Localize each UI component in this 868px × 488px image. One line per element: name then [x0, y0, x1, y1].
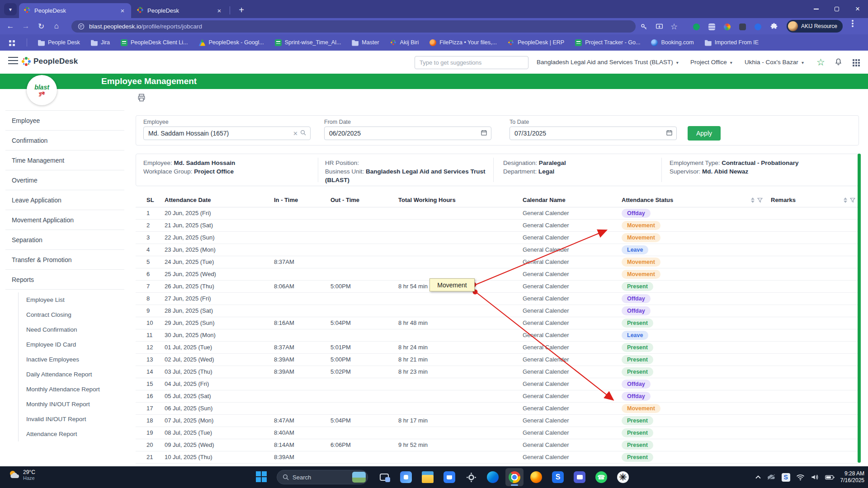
back-icon[interactable]: ← — [3, 22, 18, 31]
sidebar-item-movement-application[interactable]: Movement Application — [5, 210, 124, 230]
filter-funnel-icon[interactable] — [850, 197, 855, 203]
extension-icon[interactable] — [737, 21, 748, 32]
widgets-icon[interactable] — [397, 468, 415, 486]
extension-icon[interactable] — [691, 21, 702, 32]
bookmark-item[interactable]: PeopleDesk | ERP — [508, 39, 564, 46]
edge-icon[interactable] — [484, 468, 502, 486]
filter-funnel-icon[interactable] — [757, 197, 763, 203]
sidebar-item-separation[interactable]: Separation — [5, 230, 124, 250]
chatgpt-icon[interactable]: ✳ — [614, 468, 632, 486]
bookmark-item[interactable]: FilePizza • Your files,... — [429, 39, 497, 46]
new-tab-button[interactable]: + — [235, 4, 248, 17]
sidebar-item-leave-application[interactable]: Leave Application — [5, 190, 124, 210]
sidebar-item-transfer-promotion[interactable]: Transfer & Promotion — [5, 250, 124, 270]
taskbar-search[interactable]: Search — [277, 470, 368, 484]
extension-icon[interactable] — [722, 21, 732, 32]
s-app-tray-icon[interactable]: S — [782, 473, 790, 482]
from-date-input[interactable] — [324, 127, 491, 140]
bookmark-item[interactable]: Sprint-wise_Time_Al... — [275, 39, 341, 46]
sidebar-subitem-attendance-report[interactable]: Attendance Report — [19, 427, 124, 441]
workplace-dropdown[interactable]: Project Office▾ — [690, 59, 732, 66]
browser-tab-1[interactable]: PeopleDesk × — [19, 3, 131, 18]
to-date-input[interactable] — [509, 127, 677, 140]
file-explorer-icon[interactable] — [419, 468, 437, 486]
print-icon[interactable] — [137, 93, 147, 103]
password-key-icon[interactable] — [638, 21, 649, 32]
bookmark-item[interactable]: PeopleDesk - Googl... — [198, 39, 264, 46]
bookmark-item[interactable]: Master — [352, 39, 379, 46]
reload-icon[interactable]: ↻ — [33, 22, 49, 31]
volume-icon[interactable] — [811, 474, 819, 481]
sidebar-subitem-daily-attendance-report[interactable]: Daily Attendance Report — [19, 367, 124, 382]
sidebar-subitem-inactive-employees[interactable]: Inactive Employees — [19, 352, 124, 367]
apps-grid-icon[interactable] — [9, 40, 11, 42]
suggestions-search-input[interactable] — [415, 56, 528, 69]
forward-icon[interactable]: → — [18, 22, 33, 31]
install-app-icon[interactable] — [654, 21, 665, 32]
company-dropdown[interactable]: Bangladesh Legal Aid and Services Trust … — [537, 59, 679, 66]
bookmark-item[interactable]: PeopleDesk Client Li... — [121, 39, 188, 46]
sidebar-subitem-need-confirmation[interactable]: Need Confirmation — [19, 322, 124, 337]
apps-grid-icon[interactable] — [853, 59, 854, 61]
onedrive-paused-icon[interactable] — [767, 474, 776, 481]
window-minimize-button[interactable] — [806, 0, 826, 18]
sidebar-item-reports[interactable]: Reports — [5, 270, 124, 290]
location-dropdown[interactable]: Ukhia - Cox's Bazar▾ — [745, 59, 804, 66]
tray-chevron-up-icon[interactable] — [755, 475, 761, 479]
task-view-icon[interactable] — [375, 468, 393, 486]
apply-button[interactable]: Apply — [688, 126, 721, 141]
battery-icon[interactable] — [825, 474, 835, 480]
search-highlight-image[interactable] — [352, 472, 366, 483]
tab-close-icon[interactable]: × — [118, 7, 127, 15]
favorites-star-icon[interactable]: ☆ — [816, 57, 825, 68]
browser-tab-2[interactable]: PeopleDesk × — [132, 3, 228, 18]
chrome-icon[interactable] — [505, 468, 524, 486]
teams-icon[interactable] — [571, 468, 589, 486]
settings-icon[interactable] — [462, 468, 480, 486]
address-bar[interactable]: blast.peopledesk.io/profile/reports/jobc… — [71, 20, 636, 33]
sidebar-item-confirmation[interactable]: Confirmation — [5, 131, 124, 150]
tab-close-icon[interactable]: × — [215, 7, 223, 15]
clear-icon[interactable]: ✕ — [293, 130, 298, 137]
bookmark-item[interactable]: Akij Biri — [390, 39, 419, 46]
sort-icon[interactable] — [751, 197, 755, 203]
taskbar-weather[interactable]: 29°C Haze — [8, 469, 35, 481]
extension-icon[interactable] — [706, 21, 717, 32]
sidebar-subitem-monthly-in-out-report[interactable]: Monthly IN/OUT Report — [19, 397, 124, 412]
sidebar-subitem-monthly-attendance-report[interactable]: Monthly Attendance Report — [19, 382, 124, 397]
sidebar-item-time-management[interactable]: Time Management — [5, 150, 124, 170]
sort-icon[interactable] — [844, 197, 847, 203]
firefox-icon[interactable] — [527, 468, 545, 486]
calendar-icon[interactable] — [481, 130, 487, 137]
calendar-icon[interactable] — [666, 130, 672, 137]
bookmark-item[interactable]: Project Tracker - Go... — [575, 39, 640, 46]
sidebar-subitem-contract-closing[interactable]: Contract Closing — [19, 307, 124, 322]
whatsapp-icon[interactable]: ☎ — [592, 468, 610, 486]
wifi-icon[interactable] — [796, 474, 805, 481]
bookmark-star-icon[interactable]: ☆ — [669, 21, 679, 32]
sidebar-item-employee[interactable]: Employee — [5, 111, 124, 131]
notifications-bell-icon[interactable] — [834, 58, 843, 68]
sidebar-item-overtime[interactable]: Overtime — [5, 170, 124, 190]
search-icon[interactable] — [300, 130, 306, 137]
window-close-button[interactable]: × — [847, 0, 868, 18]
extension-icon[interactable] — [752, 21, 763, 32]
bookmark-item[interactable]: Imported From IE — [705, 39, 759, 46]
microsoft-store-icon[interactable] — [440, 468, 458, 486]
browser-menu-kebab-icon[interactable] — [852, 23, 854, 24]
home-icon[interactable]: ⌂ — [49, 22, 64, 31]
tab-search-button[interactable]: ▾ — [4, 3, 17, 15]
browser-profile-button[interactable]: AKIJ Resource — [787, 20, 843, 33]
sidebar-subitem-invalid-in-out-report[interactable]: Invalid IN/OUT Report — [19, 412, 124, 427]
extensions-puzzle-icon[interactable] — [769, 21, 779, 32]
s-app-icon[interactable]: S — [549, 468, 567, 486]
site-settings-icon[interactable] — [78, 23, 85, 30]
bookmark-item[interactable]: Booking.com — [651, 39, 693, 46]
sidebar-subitem-employee-list[interactable]: Employee List — [19, 292, 124, 307]
page-scrollbar[interactable] — [858, 154, 861, 463]
employee-input[interactable] — [143, 127, 311, 140]
bookmark-item[interactable]: People Desk — [38, 39, 80, 46]
windows-start-button[interactable] — [256, 471, 261, 476]
window-maximize-button[interactable] — [826, 0, 847, 18]
hamburger-menu-icon[interactable] — [8, 60, 18, 61]
